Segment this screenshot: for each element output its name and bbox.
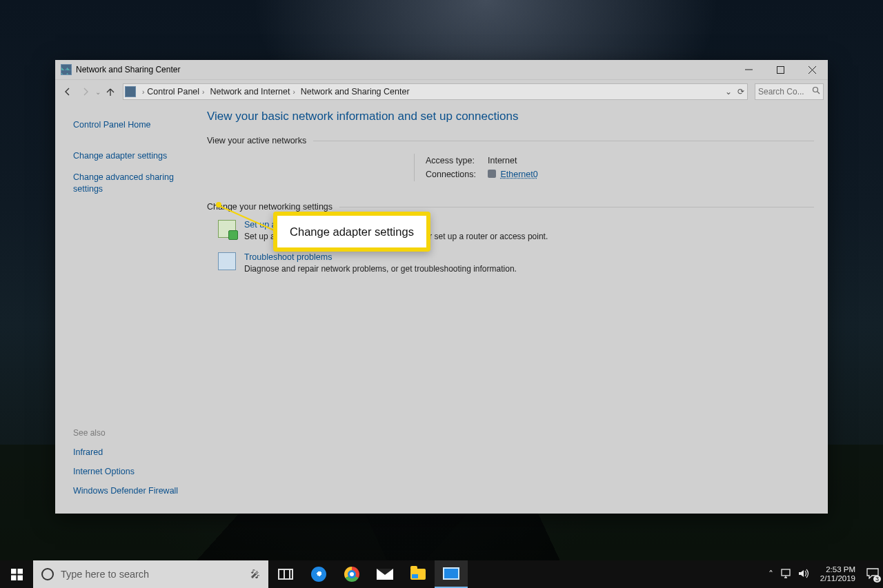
taskbar-edge[interactable] — [302, 560, 335, 588]
control-panel-icon — [443, 567, 459, 580]
main-panel: View your basic network information and … — [193, 103, 828, 514]
access-type-value: Internet — [488, 154, 517, 168]
minimize-button[interactable] — [733, 60, 764, 79]
ethernet-icon — [488, 170, 496, 178]
connection-link[interactable]: Ethernet0 — [500, 170, 537, 179]
see-also-section: See also Infrared Internet Options Windo… — [73, 428, 183, 505]
change-settings-header: Change your networking settings — [207, 202, 814, 212]
callout-label: Change adapter settings — [290, 225, 414, 239]
tray-clock[interactable]: 2:53 PM 2/11/2019 — [816, 565, 860, 583]
action-center-icon[interactable]: 3 — [866, 568, 879, 581]
network-sharing-window: Network and Sharing Center ⌄ ›Control Pa… — [55, 60, 828, 514]
see-also-header: See also — [73, 428, 183, 438]
breadcrumb-mid[interactable]: Network and Internet› — [208, 87, 299, 97]
troubleshoot-desc: Diagnose and repair network problems, or… — [244, 264, 517, 274]
see-also-firewall[interactable]: Windows Defender Firewall — [73, 486, 183, 496]
maximize-button[interactable] — [764, 60, 796, 79]
svg-rect-0 — [777, 66, 784, 73]
taskbar-search-placeholder: Type here to search — [61, 569, 149, 580]
sidebar-item-adapter-settings[interactable]: Change adapter settings — [73, 150, 183, 162]
troubleshoot-icon — [218, 252, 236, 270]
svg-rect-3 — [17, 569, 23, 574]
address-chevron-down-icon[interactable]: ⌄ — [725, 87, 732, 97]
chrome-icon — [344, 567, 359, 582]
tray-overflow-icon[interactable]: ˄ — [768, 569, 773, 580]
active-networks-header: View your active networks — [207, 136, 814, 145]
window-title: Network and Sharing Center — [76, 65, 180, 74]
svg-point-1 — [813, 88, 818, 92]
system-tray: ˄ 2:53 PM 2/11/2019 3 — [763, 560, 883, 588]
tray-network-icon[interactable] — [780, 569, 791, 580]
start-button[interactable] — [0, 560, 33, 588]
nav-recent-chevron-icon[interactable]: ⌄ — [95, 88, 101, 96]
tray-date: 2/11/2019 — [820, 574, 855, 583]
setup-connection-icon — [218, 220, 236, 238]
search-placeholder: Search Co... — [758, 87, 804, 97]
nav-back-button[interactable] — [59, 83, 76, 100]
page-title: View your basic network information and … — [207, 110, 814, 123]
taskbar-search[interactable]: Type here to search 🎤︎ — [33, 560, 269, 588]
refresh-icon[interactable]: ⟳ — [737, 87, 744, 97]
taskbar-chrome[interactable] — [335, 560, 368, 588]
content-area: Control Panel Home Change adapter settin… — [55, 103, 828, 514]
connections-label: Connections: — [426, 168, 484, 181]
nav-up-button[interactable] — [102, 83, 119, 100]
svg-rect-6 — [782, 569, 790, 576]
mic-icon[interactable]: 🎤︎ — [250, 569, 260, 580]
see-also-infrared[interactable]: Infrared — [73, 447, 183, 457]
titlebar[interactable]: Network and Sharing Center — [55, 60, 828, 79]
taskbar: Type here to search 🎤︎ ˄ 2:53 PM 2/11/20… — [0, 560, 883, 588]
address-bar[interactable]: ›Control Panel› Network and Internet› Ne… — [123, 83, 748, 100]
access-type-label: Access type: — [426, 154, 484, 168]
folder-icon — [410, 569, 426, 580]
taskbar-mail[interactable] — [368, 560, 401, 588]
task-view-button[interactable] — [269, 560, 302, 588]
action-center-badge: 3 — [873, 576, 881, 582]
see-also-internet-options[interactable]: Internet Options — [73, 467, 183, 476]
network-center-icon — [61, 64, 72, 75]
address-bar-icon — [125, 86, 136, 97]
svg-rect-4 — [11, 575, 17, 580]
search-icon — [812, 86, 820, 97]
cortana-circle-icon — [41, 568, 54, 580]
option-troubleshoot: Troubleshoot problems Diagnose and repai… — [218, 252, 814, 274]
troubleshoot-link[interactable]: Troubleshoot problems — [244, 252, 517, 262]
sidebar: Control Panel Home Change adapter settin… — [55, 103, 193, 514]
breadcrumb-root[interactable]: ›Control Panel› — [138, 87, 208, 97]
svg-rect-5 — [17, 575, 23, 580]
breadcrumb-leaf[interactable]: Network and Sharing Center — [299, 87, 411, 97]
tray-volume-icon[interactable] — [798, 569, 809, 580]
edge-icon — [311, 567, 326, 582]
active-networks-block: Access type: Internet Connections: Ether… — [207, 154, 814, 181]
tray-time: 2:53 PM — [820, 565, 855, 574]
taskbar-control-panel[interactable] — [435, 560, 468, 588]
svg-rect-2 — [11, 569, 17, 574]
nav-forward-button[interactable] — [77, 83, 94, 100]
navbar: ⌄ ›Control Panel› Network and Internet› … — [55, 79, 828, 103]
search-input[interactable]: Search Co... — [755, 83, 824, 100]
taskbar-explorer[interactable] — [401, 560, 435, 588]
close-button[interactable] — [796, 60, 828, 79]
sidebar-item-home[interactable]: Control Panel Home — [73, 119, 183, 131]
mail-icon — [377, 569, 393, 580]
sidebar-item-advanced-sharing[interactable]: Change advanced sharing settings — [73, 172, 183, 195]
callout-box: Change adapter settings — [273, 212, 430, 252]
